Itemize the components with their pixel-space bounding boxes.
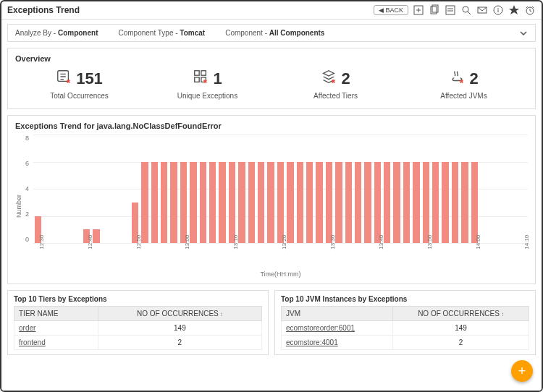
overview-stat: 2Affected Tiers [272, 67, 400, 103]
chart-bar[interactable] [151, 162, 158, 244]
report-icon[interactable] [445, 4, 456, 16]
jvm-col-count[interactable]: NO OF OCCURRENCES↕ [393, 307, 529, 321]
stat-label: Total Occurrences [15, 92, 143, 100]
stat-label: Affected Tiers [272, 92, 400, 100]
stat-icon [193, 69, 209, 89]
row-count: 149 [98, 321, 261, 336]
chart-bar[interactable] [277, 162, 284, 244]
row-name-link[interactable]: order [14, 321, 98, 336]
chart-bar[interactable] [306, 162, 313, 244]
sort-icon: ↕ [501, 311, 504, 318]
content-scroll[interactable]: Analyze By - Component Component Type - … [1, 20, 542, 391]
stat-label: Affected JVMs [400, 92, 528, 100]
chart-section: Exceptions Trend for java.lang.NoClassDe… [7, 115, 536, 284]
chart-bar[interactable] [248, 162, 255, 244]
chart-bar[interactable] [161, 162, 167, 244]
mail-icon[interactable] [476, 4, 488, 16]
tiers-table-panel: Top 10 Tiers by Exceptions TIER NAME NO … [7, 290, 269, 355]
row-name-link[interactable]: ecomstore:4001 [282, 336, 393, 350]
filter-expand-icon[interactable] [519, 29, 528, 39]
filter-bar: Analyze By - Component Component Type - … [7, 24, 536, 42]
filter-component[interactable]: Component - All Components [225, 29, 324, 37]
star-icon[interactable] [508, 4, 520, 16]
stat-value: 2 [469, 69, 478, 88]
table-row: frontend2 [14, 336, 262, 350]
back-label: BACK [385, 7, 403, 14]
y-tick: 4 [25, 185, 29, 192]
chart-bar[interactable] [180, 162, 187, 244]
app-frame: Exceptions Trend ◀ BACK Analyze By - Com… [0, 0, 543, 392]
y-tick: 0 [25, 236, 29, 243]
chart-bar[interactable] [287, 162, 293, 244]
add-fab-button[interactable]: + [511, 360, 533, 382]
sort-icon: ↕ [220, 311, 223, 318]
filter-analyze-by[interactable]: Analyze By - Component [15, 29, 98, 37]
table-row: ecomstore:40012 [282, 336, 529, 350]
jvm-col-name[interactable]: JVM [282, 307, 393, 321]
chart-bar[interactable] [238, 162, 245, 244]
x-tick: 14:10 [523, 242, 542, 249]
export-icon[interactable] [413, 4, 424, 16]
chart-bar[interactable] [364, 162, 371, 244]
jvm-table: JVM NO OF OCCURRENCES↕ ecomstoreorder:60… [281, 306, 529, 350]
chart-bar[interactable] [471, 162, 478, 244]
svg-rect-10 [201, 71, 206, 75]
chart-bar[interactable] [461, 162, 468, 244]
titlebar-actions: ◀ BACK [374, 4, 536, 16]
chart-bar[interactable] [452, 162, 458, 244]
chart-plot: 12:3012:4012:5013:0013:1013:2013:3013:40… [33, 135, 528, 278]
chart-bar[interactable] [141, 162, 148, 244]
back-button[interactable]: ◀ BACK [374, 5, 408, 15]
info-icon[interactable] [492, 4, 504, 16]
chart-bar[interactable] [219, 162, 225, 244]
chart-bar[interactable] [267, 162, 274, 244]
filter-component-type[interactable]: Component Type - Tomcat [118, 29, 205, 37]
chart-bar[interactable] [170, 162, 177, 244]
chart-bar[interactable] [413, 162, 419, 244]
table-row: order149 [14, 321, 262, 336]
chart-bar[interactable] [316, 162, 322, 244]
titlebar: Exceptions Trend ◀ BACK [1, 1, 542, 20]
chart-bar[interactable] [345, 162, 352, 244]
chart-bar[interactable] [393, 162, 400, 244]
chart-bar[interactable] [209, 162, 216, 244]
copy-icon[interactable] [429, 4, 440, 16]
stat-value: 151 [76, 69, 103, 88]
chart-bar[interactable] [297, 162, 303, 244]
tiers-col-name[interactable]: TIER NAME [14, 307, 98, 321]
row-count: 2 [393, 336, 529, 350]
chart-bar[interactable] [384, 162, 390, 244]
chart-bar[interactable] [335, 162, 342, 244]
svg-rect-9 [195, 71, 199, 75]
chart-bar[interactable] [374, 162, 381, 244]
chart-bar[interactable] [355, 162, 361, 244]
overview-stat: 1Unique Exceptions [143, 67, 272, 103]
chart-area: Number 86420 12:3012:4012:5013:0013:1013… [15, 135, 528, 278]
clock-icon[interactable] [524, 4, 536, 16]
back-arrow-icon: ◀ [379, 7, 384, 14]
chart-bar[interactable] [442, 162, 448, 244]
row-name-link[interactable]: frontend [14, 336, 98, 350]
chart-bar[interactable] [190, 162, 196, 244]
chart-bars [33, 135, 528, 243]
chart-bar[interactable] [326, 162, 332, 244]
jvm-table-panel: Top 10 JVM Instances by Exceptions JVM N… [274, 290, 536, 355]
tables-row: Top 10 Tiers by Exceptions TIER NAME NO … [7, 290, 536, 355]
tiers-table-title: Top 10 Tiers by Exceptions [14, 295, 262, 303]
chart-bar[interactable] [258, 162, 264, 244]
tiers-col-count[interactable]: NO OF OCCURRENCES↕ [98, 307, 261, 321]
stat-icon [321, 69, 337, 89]
chart-bar[interactable] [200, 162, 206, 244]
stat-icon [56, 69, 72, 89]
y-axis-label: Number [15, 195, 22, 218]
chart-title: Exceptions Trend for java.lang.NoClassDe… [15, 122, 528, 130]
search-icon[interactable] [460, 4, 472, 16]
chart-bar[interactable] [229, 162, 235, 244]
chart-bar[interactable] [403, 162, 410, 244]
svg-point-4 [463, 7, 468, 12]
chart-bar[interactable] [423, 162, 429, 244]
chart-bar[interactable] [93, 229, 99, 243]
chart-bar[interactable] [432, 162, 439, 244]
row-name-link[interactable]: ecomstoreorder:6001 [282, 321, 393, 336]
row-count: 2 [98, 336, 261, 350]
